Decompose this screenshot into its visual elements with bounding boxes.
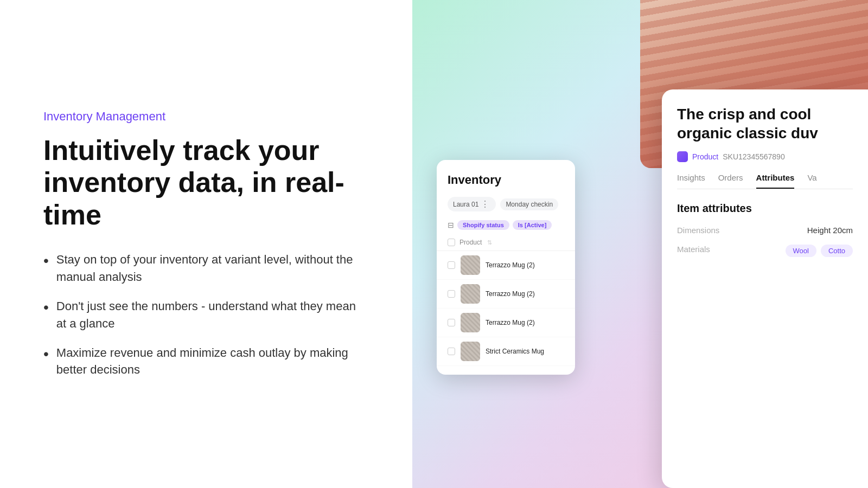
product-thumb-3 — [461, 313, 480, 332]
product-name-1: Terrazzo Mug (2) — [486, 261, 535, 269]
product-thumb-texture-4 — [461, 342, 480, 361]
product-row-1[interactable]: Terrazzo Mug (2) — [437, 251, 575, 280]
row-checkbox-4[interactable] — [448, 348, 455, 355]
detail-panel-content: The crisp and cool organic classic duv P… — [662, 89, 868, 278]
material-tag-wool[interactable]: Wool — [786, 245, 816, 257]
product-sku: SKU12345567890 — [723, 152, 784, 161]
materials-label: Materials — [677, 245, 710, 254]
attributes-section-title: Item attributes — [677, 202, 853, 215]
product-thumb-1 — [461, 255, 480, 275]
product-name-4: Strict Ceramics Mug — [486, 348, 544, 355]
filter-icon[interactable]: ⊟ — [448, 221, 454, 229]
bullet-text-2: Don't just see the numbers - understand … — [56, 298, 369, 332]
main-heading: Intuitively track your inventory data, i… — [43, 134, 369, 232]
heading-line2: inventory data, in real-time — [43, 166, 344, 230]
user-name: Laura 01 — [453, 201, 478, 208]
product-row-4[interactable]: Strict Ceramics Mug — [437, 337, 575, 366]
product-thumb-texture-3 — [461, 313, 480, 332]
row-checkbox-2[interactable] — [448, 290, 455, 298]
left-panel: Inventory Management Intuitively track y… — [0, 0, 412, 488]
header-checkbox[interactable] — [448, 239, 455, 246]
column-header-row: Product ⇅ — [437, 235, 575, 251]
inventory-card: Inventory Laura 01 ⋮ Monday checkin ⊟ Sh… — [437, 160, 575, 375]
tab-insights[interactable]: Insights — [677, 173, 705, 189]
inventory-card-title: Inventory — [437, 160, 575, 194]
product-thumb-2 — [461, 284, 480, 304]
detail-panel: The crisp and cool organic classic duv P… — [662, 89, 868, 488]
tab-orders[interactable]: Orders — [718, 173, 743, 189]
product-type-icon — [677, 151, 688, 162]
detail-tabs: Insights Orders Attributes Va — [677, 173, 853, 189]
shopify-status-badge[interactable]: Shopify status — [457, 220, 509, 230]
sort-icon[interactable]: ⇅ — [487, 239, 492, 246]
product-name-2: Terrazzo Mug (2) — [486, 290, 535, 298]
product-thumb-texture-1 — [461, 255, 480, 275]
bullet-item-1: Stay on top of your inventory at variant… — [43, 251, 369, 286]
bullet-list: Stay on top of your inventory at variant… — [43, 251, 369, 378]
product-thumb-4 — [461, 342, 480, 361]
checkin-badge[interactable]: Monday checkin — [500, 198, 558, 210]
tab-attributes[interactable]: Attributes — [756, 173, 795, 189]
tab-variants[interactable]: Va — [807, 173, 816, 189]
materials-row: Materials Wool Cotto — [677, 245, 853, 257]
product-thumb-texture-2 — [461, 284, 480, 304]
filter-row-users: Laura 01 ⋮ Monday checkin — [437, 194, 575, 217]
user-badge[interactable]: Laura 01 ⋮ — [448, 197, 496, 211]
heading-line1: Intuitively track your — [43, 134, 320, 166]
bullet-item-3: Maximize revenue and minimize cash outla… — [43, 344, 369, 379]
dimensions-row: Dimensions Height 20cm — [677, 226, 853, 235]
detail-title: The crisp and cool organic classic duv — [677, 105, 853, 143]
right-panel: Inventory Laura 01 ⋮ Monday checkin ⊟ Sh… — [412, 0, 868, 488]
active-status-badge[interactable]: Is [Active] — [513, 220, 552, 230]
product-meta: Product SKU12345567890 — [677, 151, 853, 162]
dimensions-value: Height 20cm — [807, 226, 853, 235]
bullet-text-1: Stay on top of your inventory at variant… — [56, 251, 369, 286]
status-filter-row: ⊟ Shopify status Is [Active] — [437, 217, 575, 235]
product-column-label: Product — [459, 239, 482, 246]
product-name-3: Terrazzo Mug (2) — [486, 319, 535, 326]
material-tags: Wool Cotto — [786, 245, 853, 257]
bullet-item-2: Don't just see the numbers - understand … — [43, 298, 369, 332]
user-options-icon[interactable]: ⋮ — [481, 199, 490, 209]
product-row-2[interactable]: Terrazzo Mug (2) — [437, 280, 575, 309]
category-label: Inventory Management — [43, 110, 369, 124]
product-type-label: Product — [692, 152, 718, 161]
product-row-3[interactable]: Terrazzo Mug (2) — [437, 309, 575, 337]
material-tag-cotton[interactable]: Cotto — [821, 245, 853, 257]
bullet-text-3: Maximize revenue and minimize cash outla… — [56, 344, 369, 379]
dimensions-label: Dimensions — [677, 226, 719, 235]
row-checkbox-1[interactable] — [448, 261, 455, 269]
row-checkbox-3[interactable] — [448, 319, 455, 326]
